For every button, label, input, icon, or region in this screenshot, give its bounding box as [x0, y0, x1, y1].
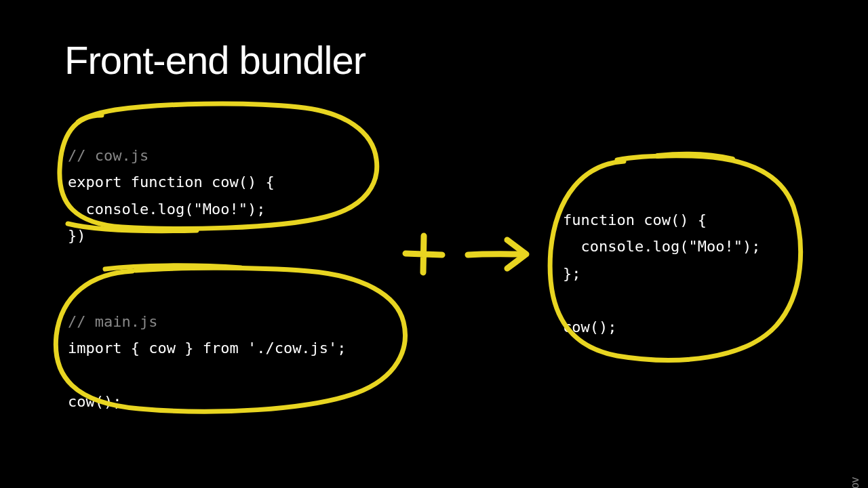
code-line: console.log("Moo!"); — [563, 238, 760, 255]
code-block-main: // main.js import { cow } from './cow.js… — [68, 281, 347, 415]
code-block-cow: // cow.js export function cow() { consol… — [68, 115, 275, 249]
code-line: cow(); — [563, 319, 616, 336]
code-line: function cow() { — [563, 211, 707, 228]
arrow-right-icon — [461, 230, 536, 278]
plus-icon — [400, 230, 448, 278]
code-line: }) — [68, 227, 86, 244]
code-line: console.log("Moo!"); — [68, 201, 265, 218]
code-line: import { cow } from './cow.js'; — [68, 340, 347, 357]
code-line: }; — [563, 265, 581, 282]
author-handle: @iamakulov — [849, 477, 861, 488]
code-block-output: function cow() { console.log("Moo!"); };… — [563, 180, 760, 341]
code-comment: // cow.js — [68, 147, 149, 164]
code-line: cow(); — [68, 393, 121, 410]
code-comment: // main.js — [68, 313, 157, 330]
code-line: export function cow() { — [68, 174, 275, 190]
slide-title: Front-end bundler — [64, 37, 366, 83]
